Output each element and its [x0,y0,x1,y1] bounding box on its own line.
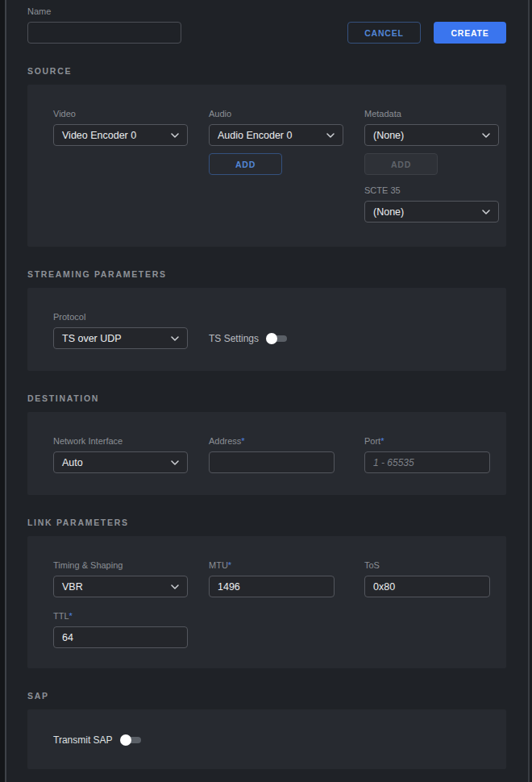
audio-select-value: Audio Encoder 0 [218,130,292,141]
tos-input[interactable] [364,576,490,597]
toggle-knob [120,734,131,746]
destination-panel: Network Interface Auto Address* Port* [27,412,506,495]
sap-section-title: SAP [27,691,506,701]
video-field-group: Video Video Encoder 0 [53,109,209,223]
add-metadata-button-disabled[interactable]: ADD [364,153,438,175]
chevron-down-icon [171,133,179,138]
scte35-label: SCTE 35 [364,185,506,196]
ttl-input[interactable] [53,626,188,648]
source-section-title: SOURCE [27,66,506,76]
address-label: Address* [209,436,364,447]
address-field-group: Address* [209,436,364,473]
streaming-panel: Protocol TS over UDP TS Settings [27,288,506,371]
ttl-label: TTL* [53,611,506,622]
timing-label: Timing & Shaping [53,560,209,571]
chevron-down-icon [171,460,179,465]
window-left-border [5,0,6,782]
create-button[interactable]: CREATE [434,22,506,44]
toggle-knob [266,333,277,344]
required-asterisk: * [69,611,73,621]
mtu-input[interactable] [209,576,335,597]
metadata-field-group: Metadata (None) ADD SCTE 35 (None) [364,109,506,223]
ts-settings-row: TS Settings [209,327,364,349]
name-input[interactable] [27,22,181,44]
network-interface-select[interactable]: Auto [53,451,188,473]
protocol-select-value: TS over UDP [62,333,122,344]
transmit-sap-row: Transmit SAP [53,729,506,751]
source-panel: Video Video Encoder 0 Audio Audio Encode… [27,85,506,247]
chevron-down-icon [171,584,179,589]
required-asterisk: * [228,560,231,570]
form-actions: CANCEL CREATE [347,22,506,44]
scte35-field-group: SCTE 35 (None) [364,185,506,223]
audio-label: Audio [209,109,364,119]
ttl-field-group: TTL* [53,611,506,648]
timing-select-value: VBR [62,581,83,593]
metadata-select-value: (None) [373,130,404,141]
network-interface-field-group: Network Interface Auto [53,436,209,473]
chevron-down-icon [482,210,490,214]
chevron-down-icon [326,133,335,138]
timing-select[interactable]: VBR [53,576,188,597]
chevron-down-icon [482,133,490,138]
metadata-label: Metadata [364,109,506,119]
audio-select[interactable]: Audio Encoder 0 [209,124,343,146]
port-field-group: Port* [364,436,506,473]
destination-section-title: DESTINATION [27,393,506,403]
scte35-select[interactable]: (None) [364,201,499,223]
transmit-sap-label: Transmit SAP [53,734,113,746]
ts-settings-toggle[interactable] [266,333,287,344]
create-stream-form: Name CANCEL CREATE SOURCE Video Video En… [27,0,506,769]
required-asterisk: * [380,436,384,446]
form-header-row: Name CANCEL CREATE [27,0,506,44]
protocol-select[interactable]: TS over UDP [53,327,188,349]
video-select[interactable]: Video Encoder 0 [53,124,188,146]
scte35-select-value: (None) [373,206,404,218]
audio-field-group: Audio Audio Encoder 0 ADD [209,109,364,223]
chevron-down-icon [171,336,179,341]
video-label: Video [53,109,209,119]
add-audio-button[interactable]: ADD [209,153,282,175]
transmit-sap-toggle[interactable] [120,734,141,746]
link-section-title: LINK PARAMETERS [27,518,506,527]
address-input[interactable] [209,451,335,473]
port-label: Port* [364,436,506,447]
tos-label: ToS [364,560,506,571]
mtu-field-group: MTU* [209,560,364,597]
name-field-group: Name [27,6,181,44]
required-asterisk: * [241,436,244,446]
network-interface-select-value: Auto [62,457,83,468]
network-interface-label: Network Interface [53,436,209,447]
scrollbar-track[interactable] [528,0,530,782]
timing-field-group: Timing & Shaping VBR [53,560,209,597]
tos-field-group: ToS [364,560,506,597]
mtu-label: MTU* [209,560,364,571]
sap-panel: Transmit SAP [27,709,506,769]
port-input[interactable] [364,451,490,473]
streaming-section-title: STREAMING PARAMETERS [27,269,506,279]
protocol-field-group: Protocol TS over UDP [53,312,209,349]
video-select-value: Video Encoder 0 [62,130,136,141]
link-panel: Timing & Shaping VBR MTU* ToS TTL* [27,536,506,668]
cancel-button[interactable]: CANCEL [347,22,421,44]
protocol-label: Protocol [53,312,209,322]
ts-settings-label: TS Settings [209,333,259,344]
metadata-select[interactable]: (None) [364,124,499,146]
name-label: Name [27,6,181,17]
